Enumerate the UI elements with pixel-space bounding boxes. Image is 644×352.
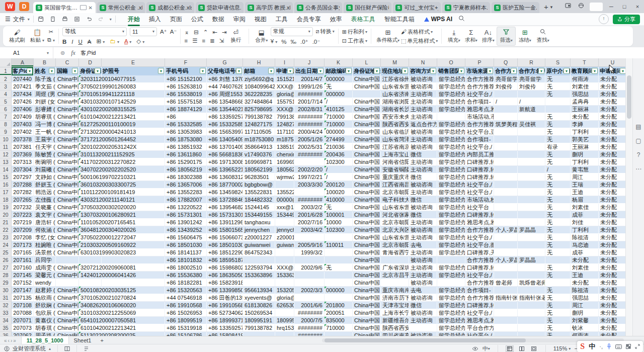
cell-H4[interactable]: 362228235 <box>243 91 275 98</box>
cell-M25[interactable]: 青海省西宁 <box>381 249 409 256</box>
cell-H36[interactable] <box>243 332 275 336</box>
cell-U18[interactable]: 未分配 <box>599 196 625 204</box>
cell-H14[interactable]: 180562199 <box>243 166 275 173</box>
cell-G30[interactable]: +86 1339985047 <box>207 287 243 294</box>
cell-G36[interactable]: +86 1580841990 <box>207 332 243 336</box>
cell-O5[interactable]: 留学总经办 <box>437 98 465 106</box>
cell-Q11[interactable] <box>494 143 518 151</box>
row-number-29[interactable]: 29 <box>0 279 12 287</box>
cell-O32[interactable]: 留学总经办 <box>437 302 465 309</box>
filter-dropdown-R[interactable]: ▼ <box>538 68 544 74</box>
cell-M23[interactable]: 山东省东营 <box>381 234 409 241</box>
cell-L24[interactable]: China中国 <box>353 241 381 249</box>
cell-H30[interactable]: 956613934 <box>243 287 275 294</box>
cell-F29[interactable]: +86 18182281 <box>165 279 207 287</box>
cell-B3[interactable]: 季文茹 (女) <box>34 83 56 91</box>
cell-I4[interactable]: gloria@uk <box>275 91 294 98</box>
column-letter-M[interactable]: M <box>381 58 409 67</box>
cell-P18[interactable]: 市场活动,校 <box>465 196 494 204</box>
cell-F20[interactable]: +86 15731301 <box>165 211 207 219</box>
cell-D15[interactable]: 500106199702210321 <box>79 173 102 181</box>
filter-dropdown-O[interactable]: ▼ <box>458 68 464 74</box>
cell-B29[interactable]: wendy <box>34 279 56 287</box>
cell-J28[interactable] <box>294 272 325 279</box>
cell-L5[interactable]: China中国 <box>353 98 381 106</box>
cell-J15[interactable]: 1997/2/21 <box>294 173 325 181</box>
filter-dropdown-L[interactable]: ▼ <box>374 68 380 74</box>
align-bottom-icon[interactable]: ⌃ <box>203 29 208 36</box>
cell-I26[interactable] <box>275 256 294 264</box>
cell-J8[interactable]: ######## <box>294 121 325 128</box>
cell-G20[interactable]: +86 1573130169 <box>207 211 243 219</box>
cell-Q21[interactable] <box>494 219 518 226</box>
cell-G5[interactable]: +86 13548668955 <box>207 98 243 106</box>
cell-A33[interactable]: 207088 <box>12 309 34 317</box>
comments-panel-icon[interactable]: ▢ <box>635 138 641 144</box>
cell-M12[interactable]: 上海市宝山 <box>381 151 409 158</box>
cell-J16[interactable]: 2003/3/30 <box>294 181 325 189</box>
header-cell-P1[interactable]: 市场来源▼ <box>465 67 494 75</box>
cell-H10[interactable]: m18753080 <box>243 136 275 143</box>
cell-C31[interactable]: China中国 <box>56 294 79 302</box>
cell-J26[interactable] <box>294 256 325 264</box>
menu-item[interactable]: 插入 <box>144 14 166 25</box>
cell-U32[interactable]: 未分配 <box>599 302 625 309</box>
align-center-icon[interactable]: ☰ <box>192 37 197 44</box>
header-cell-L1[interactable]: 身份证地址▼ <box>353 67 381 75</box>
cell-O34[interactable]: 留学总经办 <box>437 317 465 324</box>
column-letter-N[interactable]: N <box>409 58 437 67</box>
header-cell-Q1[interactable]: 合作方公司▼ <box>494 67 518 75</box>
cell-I30[interactable]: 153205639 <box>275 287 294 294</box>
column-letter-H[interactable]: H <box>243 58 275 67</box>
cell-S23[interactable]: 无 <box>545 234 571 241</box>
cell-H7[interactable]: 799138782 <box>243 113 275 121</box>
cell-R21[interactable] <box>518 219 545 226</box>
cell-S10[interactable]: 无 <box>545 136 571 143</box>
cell-B28[interactable]: 梁馨元 (女) <box>34 272 56 279</box>
cell-P14[interactable]: 口碑推荐,转 <box>465 166 494 173</box>
cell-L35[interactable]: China中国 <box>353 324 381 332</box>
quickbar-chevron-icon[interactable]: ▾ <box>110 17 112 22</box>
cell-T15[interactable]: 周江 <box>571 173 599 181</box>
cell-D35[interactable]: 610104200212213421 <box>79 324 102 332</box>
cell-D32[interactable]: 340826200106060020 <box>79 302 102 309</box>
align-right-icon[interactable]: ≡ <box>202 37 205 44</box>
cell-T24[interactable]: 马恋迪 <box>571 241 599 249</box>
layout-switch-icon[interactable] <box>561 2 575 12</box>
cell-R5[interactable]: / <box>518 98 545 106</box>
cell-A27[interactable]: 207160 <box>12 264 34 272</box>
cell-M4[interactable]: 山东省济南 <box>381 91 409 98</box>
row-number-16[interactable]: 16 <box>0 181 12 189</box>
cell-S24[interactable]: 无 <box>545 241 571 249</box>
cell-R3[interactable]: 刘俊伶 <box>518 83 545 91</box>
cell-K32[interactable]: 201800 <box>325 302 353 309</box>
cell-P6[interactable]: 雅思考点,雅 <box>465 106 494 113</box>
eye-protect-icon[interactable] <box>472 346 478 351</box>
cell-N30[interactable]: 去电 <box>409 287 437 294</box>
cell-D26[interactable] <box>79 256 102 264</box>
cell-H17[interactable]: 135522831 <box>243 189 275 196</box>
cell-B35[interactable]: 胡春琪 (女) <box>34 324 56 332</box>
cell-S32[interactable]: 无 <box>545 302 571 309</box>
cell-N11[interactable]: 被动咨询 <box>409 143 437 151</box>
cell-T22[interactable]: 丁利利 <box>571 226 599 234</box>
cell-B6[interactable]: 彭睿婧 (女) <box>34 106 56 113</box>
cell-I8[interactable]: 124827175 <box>275 121 294 128</box>
cell-H3[interactable]: 1084099642 <box>243 83 275 91</box>
cell-U21[interactable]: 未分配 <box>599 219 625 226</box>
cell-R4[interactable] <box>518 91 545 98</box>
cell-C21[interactable]: China中国 <box>56 219 79 226</box>
cell-J2[interactable]: 2001/4/7 <box>294 75 325 83</box>
column-letter-G[interactable]: G <box>207 58 243 67</box>
cell-N17[interactable]: 主动咨询 <box>409 189 437 196</box>
bold-button[interactable]: B <box>62 38 66 45</box>
cell-R18[interactable] <box>518 196 545 204</box>
cell-B34[interactable]: 黄嘉仪 (女) <box>34 317 56 324</box>
cell-B22[interactable]: 何依涵 (女) <box>34 226 56 234</box>
cell-N8[interactable]: 返点合作方 <box>409 121 437 128</box>
filter-dropdown-S[interactable]: ▼ <box>564 68 570 74</box>
cell-S21[interactable]: 无 <box>545 219 571 226</box>
cell-U26[interactable]: 未分配 <box>599 256 625 264</box>
cell-K33[interactable]: 200051 <box>325 309 353 317</box>
sum-button[interactable]: Σ 求和▾ <box>462 27 479 46</box>
